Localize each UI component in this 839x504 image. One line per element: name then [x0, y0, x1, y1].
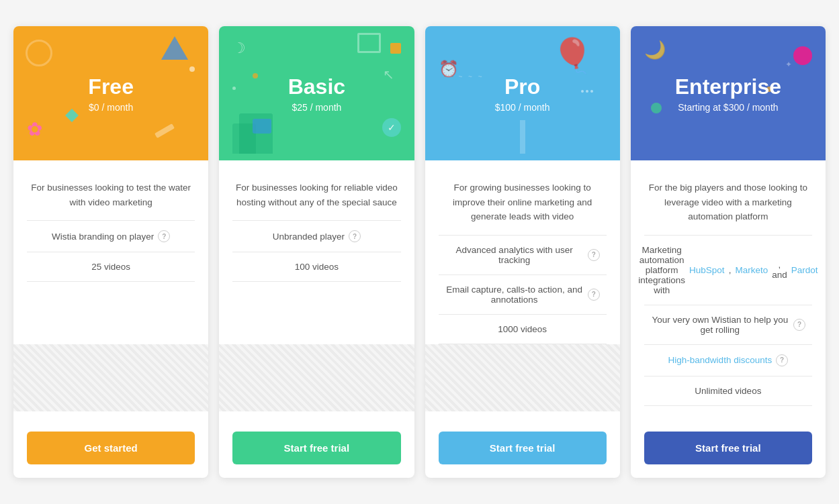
grey-area-pro [425, 344, 620, 411]
shape-clock: ⏰ [439, 60, 459, 79]
shape-birds: ~ ~ ~ [459, 73, 484, 81]
feature-text-pro-1: Email capture, calls-to action, and anno… [445, 285, 584, 305]
feature-item-enterprise-1: Your very own Wistian to help you get ro… [644, 305, 812, 345]
help-icon-pro-0[interactable]: ? [588, 249, 600, 261]
shape-dot-yellow [253, 73, 258, 79]
shape-star-enterprise: ✦ [785, 60, 792, 69]
feature-text-enterprise-1: Your very own Wistian to help you get ro… [651, 315, 789, 335]
plan-name-enterprise: Enterprise [675, 74, 781, 99]
shape-star: ✿ [27, 118, 42, 140]
plan-header-enterprise: 🌙 ✦ EnterpriseStarting at $300 / month [631, 26, 826, 160]
plan-body-basic: For businesses looking for reliable vide… [219, 160, 414, 418]
plan-footer-free: Get started [13, 418, 208, 478]
plan-footer-basic: Start free trial [219, 418, 414, 478]
feature-list-free: Wistia branding on player?25 videos [27, 221, 195, 344]
shape-dots-menu [581, 90, 593, 93]
help-icon-free-0[interactable]: ? [158, 230, 170, 242]
cta-button-basic[interactable]: Start free trial [232, 432, 400, 464]
shape-cursor: ↖ [383, 66, 394, 83]
help-icon-basic-0[interactable]: ? [349, 230, 361, 242]
shape-tower [520, 120, 525, 154]
plan-description-basic: For businesses looking for reliable vide… [232, 174, 400, 221]
grey-area-basic [219, 344, 414, 411]
shape-balloon: 🎈 [551, 36, 593, 75]
feature-text-enterprise-2: High-bandwidth discounts [668, 355, 772, 365]
plan-name-pro: Pro [504, 74, 540, 99]
feature-item-free-1: 25 videos [27, 252, 195, 282]
shape-circle [189, 66, 195, 72]
plan-price-basic: $25 / month [292, 102, 341, 113]
plan-name-basic: Basic [288, 74, 345, 99]
feature-list-pro: Advanced analytics with user tracking?Em… [439, 236, 607, 344]
feature-text-free-1: 25 videos [91, 262, 130, 272]
feature-item-free-0: Wistia branding on player? [27, 221, 195, 252]
shape-spiral [26, 40, 52, 66]
shape-diamond [65, 109, 79, 122]
feature-item-basic-1: 100 videos [232, 252, 400, 282]
feature-text-pro-2: 1000 videos [498, 324, 547, 334]
feature-text-pro-0: Advanced analytics with user tracking [445, 245, 584, 265]
feature-item-enterprise-0: Marketing automation platform integratio… [644, 236, 812, 305]
plan-card-enterprise: 🌙 ✦ EnterpriseStarting at $300 / monthFo… [631, 26, 826, 478]
plan-body-enterprise: For the big players and those looking to… [631, 160, 826, 418]
feature-text-enterprise-3: Unlimited videos [695, 386, 761, 396]
shape-pink-circle [793, 46, 812, 65]
plan-footer-pro: Start free trial [425, 418, 620, 478]
shape-play [253, 119, 271, 134]
plan-header-basic: ☽ ↖ ✓ Basic$25 / month [219, 26, 414, 160]
plan-card-free: ✿ Free$0 / monthFor businesses looking t… [13, 26, 208, 478]
shape-pencil [154, 123, 175, 138]
feature-text-basic-1: 100 videos [295, 262, 339, 272]
shape-square [357, 33, 381, 53]
feature-item-pro-2: 1000 videos [439, 315, 607, 344]
pricing-container: ✿ Free$0 / monthFor businesses looking t… [13, 26, 826, 478]
plan-card-basic: ☽ ↖ ✓ Basic$25 / monthFor businesses loo… [219, 26, 414, 478]
plan-price-enterprise: Starting at $300 / month [678, 102, 778, 113]
feature-link-enterprise-0-2[interactable]: Pardot [791, 265, 818, 275]
help-icon-enterprise-1[interactable]: ? [793, 319, 805, 331]
feature-list-basic: Unbranded player?100 videos [232, 221, 400, 344]
feature-link-enterprise-0-0[interactable]: HubSpot [689, 265, 725, 275]
shape-dot-white [232, 87, 236, 90]
shape-triangle [161, 36, 188, 60]
feature-link-highlight-enterprise-2[interactable]: High-bandwidth discounts [668, 355, 772, 365]
cta-button-pro[interactable]: Start free trial [439, 432, 607, 464]
plan-name-free: Free [88, 74, 134, 99]
plan-footer-enterprise: Start free trial [631, 418, 826, 478]
plan-body-pro: For growing businesses looking to improv… [425, 160, 620, 418]
shape-green-dot [651, 103, 662, 113]
feature-text-enterprise-0: Marketing automation platform integratio… [638, 245, 685, 295]
grey-area-free [13, 344, 208, 411]
plan-price-free: $0 / month [89, 102, 133, 113]
shape-check: ✓ [382, 118, 401, 137]
plan-header-pro: 🎈 ⏰ ~ ~ ~ Pro$100 / month [425, 26, 620, 160]
feature-text-basic-0: Unbranded player [273, 232, 345, 242]
plan-header-free: ✿ Free$0 / month [13, 26, 208, 160]
plan-card-pro: 🎈 ⏰ ~ ~ ~ Pro$100 / monthFor growing bus… [425, 26, 620, 478]
shape-moon-enterprise: 🌙 [644, 40, 666, 60]
cta-button-enterprise[interactable]: Start free trial [644, 432, 812, 464]
plan-body-free: For businesses looking to test the water… [13, 160, 208, 418]
feature-item-pro-0: Advanced analytics with user tracking? [439, 236, 607, 275]
plan-description-pro: For growing businesses looking to improv… [439, 174, 607, 236]
shape-moon: ☽ [232, 40, 246, 57]
plan-description-enterprise: For the big players and those looking to… [644, 174, 812, 236]
help-icon-enterprise-2[interactable]: ? [776, 354, 788, 366]
feature-item-basic-0: Unbranded player? [232, 221, 400, 252]
feature-list-enterprise: Marketing automation platform integratio… [644, 236, 812, 411]
feature-text-free-0: Wistia branding on player [52, 232, 154, 242]
link-separator: , and [772, 260, 787, 280]
plan-price-pro: $100 / month [495, 102, 550, 113]
feature-link-enterprise-0-1[interactable]: Marketo [735, 265, 768, 275]
feature-item-enterprise-3: Unlimited videos [644, 376, 812, 406]
plan-description-free: For businesses looking to test the water… [27, 174, 195, 221]
shape-rect [390, 43, 401, 54]
link-separator: , [729, 265, 732, 275]
feature-item-enterprise-2: High-bandwidth discounts? [644, 345, 812, 376]
cta-button-free[interactable]: Get started [27, 432, 195, 464]
feature-item-pro-1: Email capture, calls-to action, and anno… [439, 275, 607, 315]
help-icon-pro-1[interactable]: ? [588, 289, 600, 301]
